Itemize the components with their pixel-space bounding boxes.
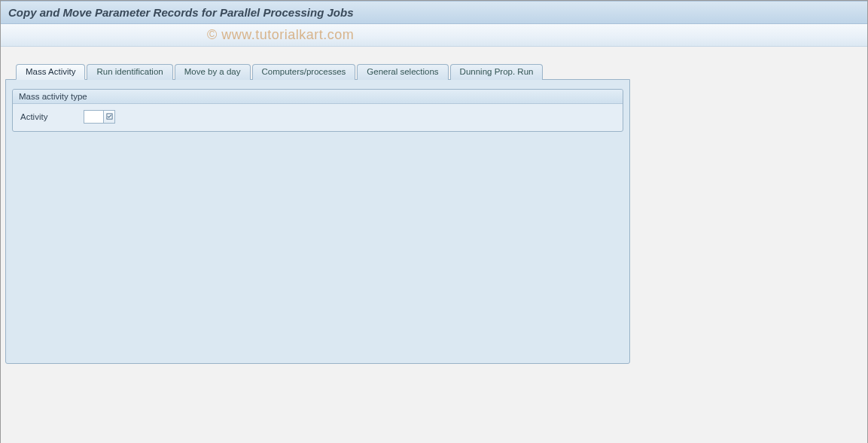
groupbox-title: Mass activity type [13,90,623,104]
tab-run-identification[interactable]: Run identification [87,64,172,80]
tab-panel-mass-activity: Mass activity type Activity [5,79,630,364]
label-activity: Activity [20,112,47,121]
tab-label: General selections [367,67,438,76]
activity-input[interactable] [84,110,103,124]
value-help-button[interactable] [103,110,115,124]
activity-value-help [84,110,115,124]
tab-computers-processes[interactable]: Computers/processes [252,64,356,80]
groupbox-body: Activity [13,104,623,131]
window-title-bar: Copy and Move Parameter Records for Para… [1,1,867,24]
tab-label: Move by a day [184,67,241,76]
tab-label: Dunning Prop. Run [460,67,534,76]
application-toolbar [1,24,867,47]
groupbox-mass-activity-type: Mass activity type Activity [12,89,623,132]
tab-label: Mass Activity [26,67,75,76]
tab-move-by-a-day[interactable]: Move by a day [175,64,251,80]
search-help-icon [106,112,113,122]
tab-dunning-prop-run[interactable]: Dunning Prop. Run [450,64,544,80]
tab-general-selections[interactable]: General selections [357,64,448,80]
tabstrip: Mass Activity Run identification Move by… [5,63,630,364]
page-title: Copy and Move Parameter Records for Para… [8,6,354,19]
tab-row: Mass Activity Run identification Move by… [5,63,630,79]
tab-label: Computers/processes [262,67,346,76]
tab-mass-activity[interactable]: Mass Activity [16,64,85,80]
content-area: Mass Activity Run identification Move by… [1,47,867,443]
tab-label: Run identification [96,67,163,76]
